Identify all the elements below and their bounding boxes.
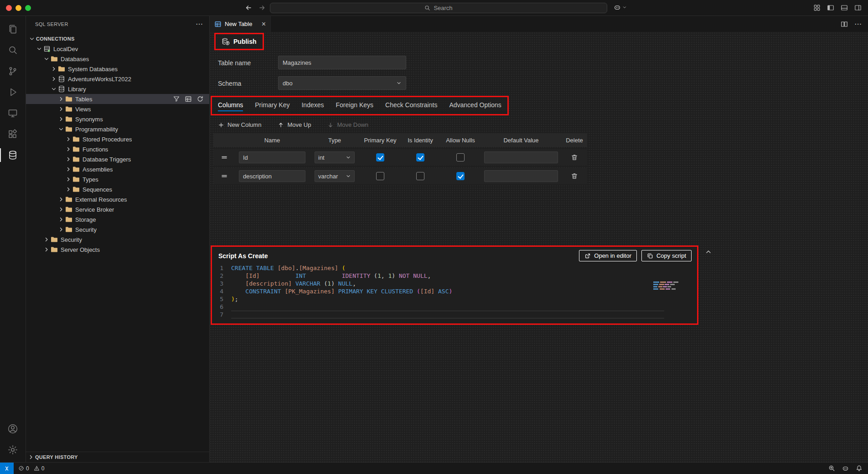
table-icon[interactable]: [185, 95, 192, 103]
default-value-input[interactable]: [484, 151, 558, 163]
toggle-secondary-sidebar-icon[interactable]: [854, 4, 862, 11]
activity-bar-item-account[interactable]: [0, 418, 26, 439]
query-history-section[interactable]: QUERY HISTORY: [26, 452, 209, 462]
designer-tab-advanced-options[interactable]: Advanced Options: [443, 97, 507, 114]
editor-more-actions-icon[interactable]: ⋯: [854, 21, 862, 28]
tree-item-assemblies[interactable]: Assemblies: [26, 164, 209, 174]
tree-item-service-broker[interactable]: Service Broker: [26, 204, 209, 214]
chevron-down-icon: [51, 86, 57, 92]
split-editor-icon[interactable]: [841, 21, 848, 28]
collapse-panel-icon[interactable]: [705, 248, 712, 255]
tree-item-storage[interactable]: Storage: [26, 214, 209, 224]
publish-button[interactable]: Publish: [217, 36, 261, 47]
remote-icon: [4, 465, 10, 472]
toolbar-button-label: Move Up: [287, 121, 311, 128]
allow-nulls-checkbox[interactable]: [456, 153, 465, 161]
activity-bar-item-remote-explorer[interactable]: [0, 103, 26, 124]
tree-item-system-databases[interactable]: System Databases: [26, 64, 209, 74]
designer-tab-primary-key[interactable]: Primary Key: [249, 97, 295, 114]
open-in-editor-label: Open in editor: [594, 252, 631, 259]
tree-item-database-triggers[interactable]: Database Triggers: [26, 154, 209, 164]
drag-handle-icon[interactable]: [221, 154, 228, 161]
filter-icon[interactable]: [173, 95, 180, 103]
tree-item-external-resources[interactable]: External Resources: [26, 194, 209, 204]
column-type-select[interactable]: varchar: [315, 170, 355, 182]
designer-tab-foreign-keys[interactable]: Foreign Keys: [330, 97, 379, 114]
toolbar-new-column-button[interactable]: New Column: [218, 121, 261, 128]
copy-script-button[interactable]: Copy script: [641, 250, 692, 261]
toggle-primary-sidebar-icon[interactable]: [827, 4, 834, 11]
forward-icon[interactable]: [258, 4, 266, 11]
drag-handle-icon[interactable]: [221, 172, 228, 180]
tree-item-localdev[interactable]: LocalDev: [26, 44, 209, 54]
command-center-search[interactable]: Search: [270, 3, 607, 13]
tree-item-sequences[interactable]: Sequences: [26, 184, 209, 194]
chevron-down-icon: [58, 126, 64, 132]
default-value-input[interactable]: [484, 170, 558, 182]
delete-column-icon[interactable]: [571, 154, 578, 161]
copilot-menu-button[interactable]: [614, 4, 627, 11]
close-window-button[interactable]: [6, 5, 12, 11]
close-tab-icon[interactable]: ×: [262, 21, 266, 28]
activity-bar-item-extensions[interactable]: [0, 124, 26, 145]
activity-bar-item-run-debug[interactable]: [0, 82, 26, 103]
tree-item-stored-procedures[interactable]: Stored Procedures: [26, 134, 209, 144]
table-name-input[interactable]: [278, 56, 406, 69]
tree-item-synonyms[interactable]: Synonyms: [26, 114, 209, 124]
customize-layout-icon[interactable]: [813, 4, 821, 11]
designer-tab-columns[interactable]: Columns: [212, 97, 249, 114]
column-name-input[interactable]: [239, 151, 305, 163]
activity-bar-item-source-control[interactable]: [0, 61, 26, 82]
designer-tab-check-constraints[interactable]: Check Constraints: [379, 97, 443, 114]
activity-bar-item-sql-server[interactable]: [0, 145, 26, 166]
maximize-window-button[interactable]: [25, 5, 31, 11]
toggle-panel-icon[interactable]: [841, 4, 848, 11]
remote-indicator[interactable]: [0, 463, 14, 474]
activity-bar-item-settings[interactable]: [0, 439, 26, 460]
tree-item-functions[interactable]: Functions: [26, 144, 209, 154]
copilot-status-icon[interactable]: [842, 465, 849, 472]
tree-item-library[interactable]: Library: [26, 84, 209, 94]
allow-nulls-checkbox[interactable]: [456, 172, 465, 180]
tree-item-server-objects[interactable]: Server Objects: [26, 245, 209, 255]
chevron-down-icon: [346, 155, 351, 160]
grid-toolbar: New ColumnMove UpMove Down: [218, 121, 368, 128]
is-identity-checkbox[interactable]: [416, 172, 424, 180]
problems-indicator[interactable]: 0 0: [18, 465, 44, 472]
tree-item-databases[interactable]: Databases: [26, 54, 209, 64]
open-in-editor-button[interactable]: Open in editor: [579, 250, 637, 261]
schema-select[interactable]: dbo: [278, 76, 406, 90]
zoom-icon[interactable]: [828, 465, 835, 472]
designer-tab-indexes[interactable]: Indexes: [295, 97, 330, 114]
tree-item-adventureworkslt2022[interactable]: AdventureWorksLT2022: [26, 74, 209, 84]
toolbar-move-down-button: Move Down: [327, 121, 368, 128]
tree-item-connections[interactable]: CONNECTIONS: [26, 34, 209, 44]
sidebar-more-actions-icon[interactable]: ⋯: [196, 21, 203, 28]
tree-item-security[interactable]: Security: [26, 224, 209, 234]
tree-item-views[interactable]: Views: [26, 104, 209, 114]
activity-bar-item-explorer[interactable]: [0, 19, 26, 40]
back-icon[interactable]: [245, 4, 252, 11]
column-type-select[interactable]: int: [315, 151, 355, 163]
minimize-window-button[interactable]: [16, 5, 21, 11]
tree-item-types[interactable]: Types: [26, 174, 209, 184]
editor-area: New Table × ⋯ Publish Table name Sc: [210, 16, 868, 462]
activity-bar-item-search-view[interactable]: [0, 40, 26, 61]
refresh-icon[interactable]: [196, 95, 204, 103]
script-panel-title: Script As Create: [218, 252, 268, 260]
tree-item-tables[interactable]: Tables: [26, 94, 209, 104]
notifications-bell-icon[interactable]: [856, 465, 863, 472]
script-panel: Script As Create Open in editor Copy scr…: [212, 247, 697, 323]
primary-key-checkbox[interactable]: [376, 172, 384, 180]
is-identity-checkbox[interactable]: [416, 153, 424, 161]
toolbar-move-up-button[interactable]: Move Up: [278, 121, 311, 128]
tree-item-programmability[interactable]: Programmability: [26, 124, 209, 134]
primary-key-checkbox[interactable]: [376, 153, 384, 161]
server-icon: [43, 45, 51, 52]
tab-new-table[interactable]: New Table ×: [210, 16, 271, 32]
code-text: [231, 311, 664, 318]
delete-column-icon[interactable]: [571, 172, 578, 180]
column-name-input[interactable]: [239, 170, 305, 182]
column-header-primary-key: Primary Key: [360, 137, 400, 144]
tree-item-security[interactable]: Security: [26, 234, 209, 245]
